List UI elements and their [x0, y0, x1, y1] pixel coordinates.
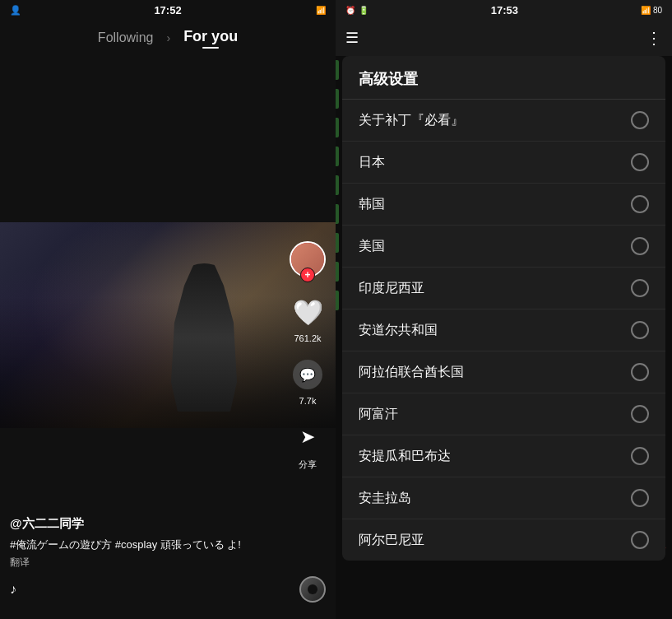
settings-item-label-uae: 阿拉伯联合酋长国: [359, 364, 464, 381]
translate-button[interactable]: 翻译: [10, 556, 286, 570]
right-status-indicators: ⏰ 🔋: [345, 6, 368, 15]
left-time: 17:52: [154, 4, 181, 16]
settings-item-afghanistan[interactable]: 阿富汗: [342, 393, 665, 435]
music-info: [23, 576, 326, 603]
settings-item-albania[interactable]: 阿尔巴尼亚: [342, 519, 665, 561]
music-disc: [299, 576, 326, 603]
settings-item-korea[interactable]: 韩国: [342, 184, 665, 226]
comment-icon-wrap: 💬: [290, 356, 326, 393]
avatar-icon: 👤: [10, 5, 21, 16]
settings-item-japan[interactable]: 日本: [342, 142, 665, 184]
settings-item-usa[interactable]: 美国: [342, 226, 665, 268]
share-icon-wrap: ➤: [290, 419, 326, 455]
hamburger-icon[interactable]: ☰: [345, 29, 359, 47]
like-count: 761.2k: [294, 333, 321, 343]
right-time: 17:53: [491, 4, 518, 16]
like-button[interactable]: 🤍 761.2k: [290, 294, 326, 343]
video-description: #俺流ゲームの遊び方 #cosplay 頑張っている よ!: [10, 537, 286, 553]
following-tab[interactable]: Following: [98, 30, 154, 45]
settings-item-label-japan: 日本: [359, 154, 385, 171]
comment-bubble-icon: 💬: [293, 360, 322, 389]
settings-item-label-albania: 阿尔巴尼亚: [359, 532, 424, 549]
radio-button-uae[interactable]: [631, 363, 649, 381]
more-options-icon[interactable]: ⋮: [646, 28, 662, 48]
radio-button-about-patch[interactable]: [631, 111, 649, 129]
settings-item-about-patch[interactable]: 关于补丁『必看』: [342, 100, 665, 142]
radio-button-anguilla[interactable]: [631, 489, 649, 507]
radio-button-albania[interactable]: [631, 531, 649, 549]
radio-button-andorra[interactable]: [631, 321, 649, 339]
settings-item-label-antigua: 安提瓜和巴布达: [359, 448, 451, 465]
radio-button-indonesia[interactable]: [631, 279, 649, 297]
creator-avatar[interactable]: +: [290, 241, 326, 277]
radio-button-japan[interactable]: [631, 153, 649, 171]
settings-item-label-about-patch: 关于补丁『必看』: [359, 112, 464, 129]
settings-item-label-andorra: 安道尔共和国: [359, 322, 438, 339]
settings-item-label-afghanistan: 阿富汗: [359, 406, 398, 423]
comment-count: 7.7k: [299, 396, 317, 406]
heart-icon: 🤍: [293, 298, 323, 327]
video-info: @六二二同学 #俺流ゲームの遊び方 #cosplay 頑張っている よ! 翻译: [10, 516, 286, 570]
settings-item-antigua[interactable]: 安提瓜和巴布达: [342, 435, 665, 477]
music-note-icon: ♪: [10, 582, 16, 597]
radio-button-antigua[interactable]: [631, 447, 649, 465]
right-panel: ⏰ 🔋 17:53 📶 80 ☰ ⋮ 年 15- 7ms mess ✕ 年 15…: [336, 0, 672, 619]
wifi-icon: 📶: [641, 6, 651, 15]
nav-bar: Following › For you: [0, 20, 336, 56]
right-actions: + 🤍 761.2k 💬 7.7k ➤ 分: [290, 241, 326, 471]
foryou-tab[interactable]: For you: [183, 28, 238, 49]
nav-divider: ›: [166, 31, 170, 44]
modal-overlay: 高级设置 关于补丁『必看』 日本 韩国 美国 印度尼西亚 安道尔共和国 阿拉伯联…: [336, 56, 672, 619]
battery-percent: 80: [653, 6, 662, 15]
status-right: 📶: [316, 6, 326, 15]
radio-button-korea[interactable]: [631, 195, 649, 213]
comment-button[interactable]: 💬 7.7k: [290, 356, 326, 406]
advanced-settings-modal: 高级设置 关于补丁『必看』 日本 韩国 美国 印度尼西亚 安道尔共和国 阿拉伯联…: [342, 56, 665, 561]
share-arrow-icon: ➤: [300, 426, 315, 448]
right-signal: 📶 80: [641, 6, 662, 15]
left-status-bar: 👤 17:52 📶: [0, 0, 336, 20]
settings-list: 关于补丁『必看』 日本 韩国 美国 印度尼西亚 安道尔共和国 阿拉伯联合酋长国 …: [342, 100, 665, 561]
share-button[interactable]: ➤ 分享: [290, 419, 326, 471]
settings-item-indonesia[interactable]: 印度尼西亚: [342, 268, 665, 310]
heart-icon-wrap: 🤍: [290, 294, 326, 330]
settings-item-uae[interactable]: 阿拉伯联合酋长国: [342, 351, 665, 393]
settings-item-label-korea: 韩国: [359, 196, 385, 213]
radio-button-afghanistan[interactable]: [631, 405, 649, 423]
left-panel: 👤 17:52 📶 Following › For you: [0, 0, 336, 619]
settings-item-anguilla[interactable]: 安圭拉岛: [342, 477, 665, 519]
modal-header: 高级设置: [342, 56, 665, 100]
share-label: 分享: [299, 458, 317, 471]
modal-title: 高级设置: [359, 69, 649, 89]
status-left: 👤: [10, 5, 21, 16]
comment-dots-icon: 💬: [299, 367, 316, 383]
radio-button-usa[interactable]: [631, 237, 649, 255]
settings-item-andorra[interactable]: 安道尔共和国: [342, 310, 665, 351]
music-bar: ♪: [10, 576, 326, 603]
settings-item-label-anguilla: 安圭拉岛: [359, 490, 411, 507]
video-frame: [0, 222, 336, 428]
right-top-bar: ☰ ⋮: [336, 20, 672, 56]
alarm-icon: ⏰: [345, 6, 355, 15]
settings-item-label-usa: 美国: [359, 238, 385, 255]
right-status-bar: ⏰ 🔋 17:53 📶 80: [336, 0, 672, 20]
video-area: + 🤍 761.2k 💬 7.7k ➤ 分: [0, 0, 336, 619]
music-disc-inner: [308, 584, 317, 594]
signal-icon: 📶: [316, 6, 326, 15]
follow-plus-button[interactable]: +: [300, 268, 315, 282]
battery-icon: 🔋: [359, 6, 368, 15]
settings-item-label-indonesia: 印度尼西亚: [359, 280, 424, 297]
creator-username[interactable]: @六二二同学: [10, 516, 286, 532]
crowd-silhouette: [0, 296, 336, 428]
